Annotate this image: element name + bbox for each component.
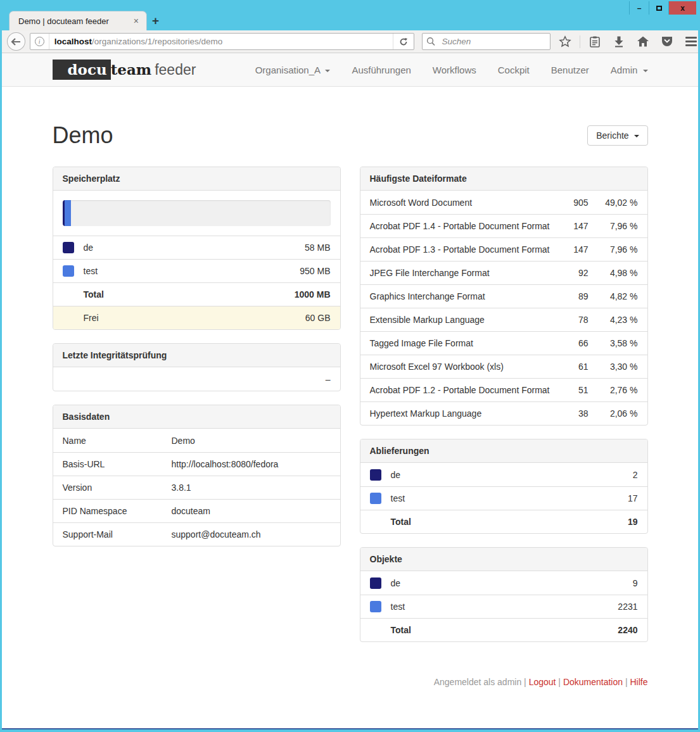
chevron-down-icon — [643, 70, 648, 72]
bookmark-star-button[interactable] — [558, 35, 572, 48]
table-row: PID Namespace docuteam — [53, 499, 340, 522]
objekte-panel: Objekte de 9 test 2231 Total — [360, 547, 648, 642]
table-row: Acrobat PDF 1.3 - Portable Document Form… — [360, 237, 647, 261]
tab-title: Demo | docuteam feeder — [18, 16, 132, 26]
info-icon: i — [35, 37, 44, 46]
chevron-down-icon — [325, 70, 330, 72]
table-row: Tagged Image File Format 66 3,58 % — [360, 331, 647, 355]
pocket-button[interactable] — [660, 35, 674, 47]
table-row: Version 3.8.1 — [53, 476, 340, 499]
basisdaten-panel: Basisdaten Name Demo Basis-URL http://lo… — [53, 405, 341, 546]
legend-color-de — [370, 577, 381, 589]
reload-button[interactable] — [393, 34, 414, 49]
logout-link[interactable]: Logout — [529, 677, 556, 687]
hilfe-link[interactable]: Hilfe — [630, 677, 647, 687]
logo-docu: docu — [53, 60, 111, 80]
berichte-dropdown-button[interactable]: Berichte — [587, 125, 647, 146]
back-arrow-icon — [11, 38, 21, 46]
url-text[interactable]: localhost/organizations/1/repositories/d… — [49, 37, 393, 46]
maximize-button[interactable] — [649, 1, 668, 15]
table-row: test 17 — [360, 486, 647, 510]
table-row: de 9 — [360, 571, 647, 595]
basisdaten-panel-title: Basisdaten — [53, 405, 340, 429]
nav-organisation-dropdown[interactable]: Organisation_A — [255, 65, 331, 75]
objekte-panel-title: Objekte — [360, 548, 647, 571]
window-controls: – x — [629, 1, 696, 15]
table-row: Name Demo — [53, 429, 340, 452]
table-row: Microsoft Word Document 905 49,02 % — [360, 191, 647, 214]
browser-tab[interactable]: Demo | docuteam feeder × — [9, 11, 147, 30]
logo-feeder: feeder — [155, 61, 196, 79]
table-row: JPEG File Interchange Format 92 4,98 % — [360, 261, 647, 284]
reading-list-button[interactable] — [588, 35, 602, 48]
browser-window: Demo | docuteam feeder × + – x i localho… — [0, 0, 700, 732]
integrity-value-row: – — [53, 367, 340, 391]
ablieferungen-panel: Ablieferungen de 2 test 17 Total — [360, 439, 648, 534]
downloads-button[interactable] — [612, 35, 626, 47]
minimize-button[interactable]: – — [629, 1, 649, 15]
nav-workflows[interactable]: Workflows — [433, 65, 476, 75]
menu-button[interactable] — [684, 37, 698, 46]
hamburger-icon — [685, 37, 697, 39]
table-row: Hypertext Markup Language 38 2,06 % — [360, 401, 647, 425]
table-row: Microsoft Excel 97 Workbook (xls) 61 3,3… — [360, 355, 647, 378]
web-page: docuteamfeeder Organisation_A Ausführung… — [2, 53, 698, 729]
clipboard-icon — [589, 35, 601, 48]
nav-menu: Organisation_A Ausführungen Workflows Co… — [255, 65, 648, 75]
logo-team: team — [111, 61, 152, 78]
storage-panel: Speicherplatz de 58 MB — [53, 167, 341, 330]
storage-free-row: Frei 60 GB — [53, 306, 340, 329]
search-bar[interactable]: Suchen — [422, 33, 550, 50]
table-row: test 2231 — [360, 595, 647, 618]
legend-color-test — [370, 601, 381, 612]
dateiformate-panel-title: Häufigste Dateiformate — [360, 167, 647, 191]
search-placeholder: Suchen — [442, 37, 471, 46]
dokumentation-link[interactable]: Dokumentation — [563, 677, 623, 687]
integrity-panel: Letzte Integritätsprüfung – — [53, 343, 341, 391]
storage-panel-title: Speicherplatz — [53, 167, 340, 191]
table-row: Acrobat PDF 1.4 - Portable Document Form… — [360, 214, 647, 237]
legend-color-de — [63, 242, 74, 253]
chevron-down-icon — [634, 135, 639, 137]
maximize-icon — [656, 6, 662, 11]
url-bar[interactable]: i localhost/organizations/1/repositories… — [30, 33, 415, 50]
new-tab-button[interactable]: + — [152, 14, 159, 28]
home-button[interactable] — [636, 35, 650, 47]
legend-color-de — [370, 469, 381, 481]
nav-cockpit[interactable]: Cockpit — [498, 65, 530, 75]
objects-total-row: Total 2240 — [360, 618, 647, 641]
table-row: Support-Mail support@docuteam.ch — [53, 522, 340, 546]
search-icon — [423, 37, 438, 46]
site-info-button[interactable]: i — [30, 34, 49, 49]
page-footer: Angemeldet als admin | Logout | Dokument… — [53, 677, 648, 687]
storage-bar-seg-test — [65, 200, 71, 226]
table-row: de 58 MB — [53, 236, 340, 259]
table-row: test 950 MB — [53, 259, 340, 282]
table-row: Acrobat PDF 1.2 - Portable Document Form… — [360, 378, 647, 401]
legend-color-test — [63, 265, 74, 277]
storage-total-row: Total 1000 MB — [53, 282, 340, 306]
table-row: Basis-URL http://localhost:8080/fedora — [53, 452, 340, 476]
nav-admin-dropdown[interactable]: Admin — [611, 65, 648, 75]
dateiformate-panel: Häufigste Dateiformate Microsoft Word Do… — [360, 167, 648, 426]
tab-close-icon[interactable]: × — [132, 16, 140, 26]
home-icon — [637, 35, 649, 47]
app-navbar: docuteamfeeder Organisation_A Ausführung… — [2, 53, 698, 87]
table-row: Extensible Markup Language 78 4,23 % — [360, 308, 647, 331]
titlebar: Demo | docuteam feeder × + – x — [0, 0, 700, 30]
toolbar-icons — [558, 35, 698, 48]
table-row: de 2 — [360, 463, 647, 486]
toolbar-divider — [580, 35, 580, 48]
back-button[interactable] — [7, 32, 25, 51]
app-logo[interactable]: docuteamfeeder — [53, 60, 196, 80]
star-icon — [559, 35, 571, 48]
integrity-value: – — [326, 374, 331, 384]
nav-ausfuehrungen[interactable]: Ausführungen — [352, 65, 410, 75]
deliveries-total-row: Total 19 — [360, 510, 647, 533]
close-button[interactable]: x — [668, 1, 696, 15]
table-row: Graphics Interchange Format 89 4,82 % — [360, 284, 647, 308]
ablieferungen-panel-title: Ablieferungen — [360, 439, 647, 463]
reload-icon — [399, 37, 408, 46]
browser-toolbar: i localhost/organizations/1/repositories… — [2, 30, 698, 53]
nav-benutzer[interactable]: Benutzer — [551, 65, 589, 75]
